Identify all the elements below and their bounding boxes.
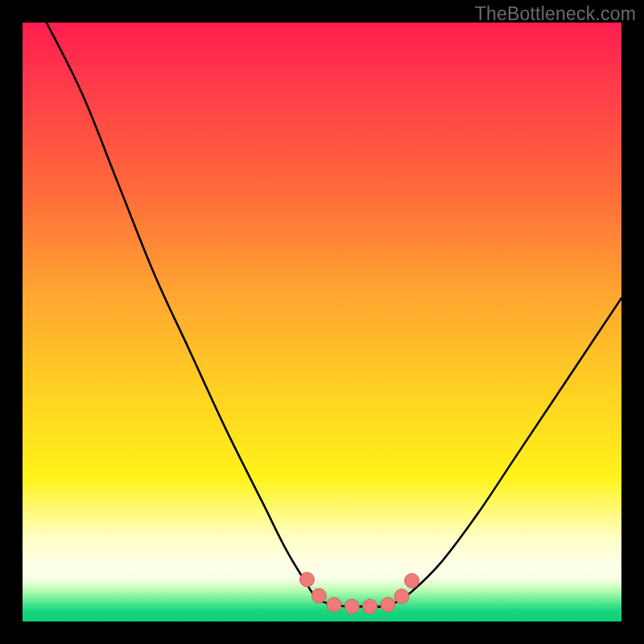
bottleneck-curve: [47, 23, 621, 607]
marker-layer: [299, 572, 419, 613]
chart-frame: TheBottleneck.com: [0, 0, 644, 644]
data-marker: [363, 599, 378, 613]
data-marker: [381, 597, 395, 612]
data-marker: [312, 588, 326, 603]
data-marker: [299, 572, 314, 587]
data-marker: [327, 597, 341, 612]
chart-svg: [23, 23, 621, 621]
watermark-text: TheBottleneck.com: [475, 3, 636, 25]
data-marker: [394, 589, 409, 604]
curve-layer: [47, 23, 621, 607]
plot-area: [23, 23, 621, 621]
data-marker: [345, 599, 359, 613]
data-marker: [405, 573, 419, 588]
